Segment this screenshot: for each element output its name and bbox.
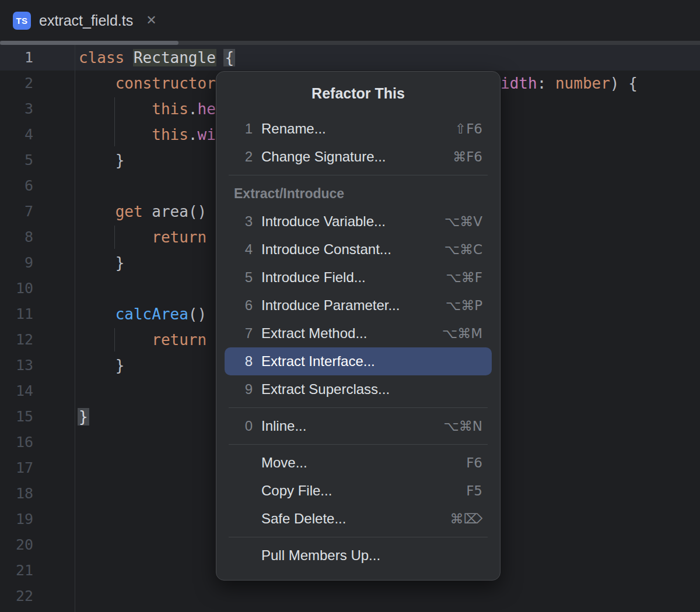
popup-title: Refactor This [216,72,500,115]
menu-separator [229,444,488,445]
line-number[interactable]: 2 [0,71,75,96]
tab-filename: extract_field.ts [39,12,133,29]
shortcut-opt-cmd-v: ⌥⌘V [444,214,482,229]
line-number[interactable]: 21 [0,558,75,583]
section-header-extract-introduce: Extract/Introduce [216,180,500,207]
menu-item-move[interactable]: Move... F6 [225,449,492,477]
menu-item-extract-interface[interactable]: 8 Extract Interface... [225,347,492,375]
line-number[interactable]: 6 [0,173,75,199]
line-number[interactable]: 13 [0,353,75,378]
line-number[interactable]: 16 [0,430,75,455]
tab-close-icon[interactable]: ✕ [146,14,156,27]
line-number[interactable]: 18 [0,481,75,507]
shortcut-cmd-f6: ⌘F6 [453,149,482,164]
shortcut-f6: F6 [466,455,482,470]
menu-item-introduce-parameter[interactable]: 6 Introduce Parameter... ⌥⌘P [225,291,492,319]
menu-separator [229,407,488,408]
horizontal-scrollbar-track[interactable] [0,41,700,45]
tab-extract-field-ts[interactable]: TS extract_field.ts ✕ [0,0,172,41]
shortcut-opt-cmd-m: ⌥⌘M [442,326,482,341]
code-line-2-right-fragment: idth: number) { [501,71,638,96]
menu-item-safe-delete[interactable]: Safe Delete... ⌘⌦ [225,505,492,533]
matched-brace: { [223,49,235,66]
shortcut-opt-cmd-n: ⌥⌘N [443,418,482,434]
class-name-rectangle: Rectangle [133,49,216,66]
line-number[interactable]: 11 [0,301,75,327]
menu-separator [229,537,488,537]
line-number[interactable]: 22 [0,583,75,609]
shortcut-opt-cmd-p: ⌥⌘P [446,298,482,313]
menu-separator [229,175,488,175]
line-number[interactable]: 17 [0,455,75,481]
shortcut-cmd-del: ⌘⌦ [450,511,482,526]
menu-item-introduce-field[interactable]: 5 Introduce Field... ⌥⌘F [225,263,492,291]
menu-item-inline[interactable]: 0 Inline... ⌥⌘N [225,412,492,440]
method-name-calcarea: calcArea [116,305,188,323]
menu-item-pull-members-up[interactable]: Pull Members Up... [225,541,492,569]
shortcut-opt-cmd-f: ⌥⌘F [446,270,482,285]
refactor-this-popup: Refactor This 1 Rename... ⇧F6 2 Change S… [216,71,501,581]
menu-item-rename[interactable]: 1 Rename... ⇧F6 [225,115,492,143]
line-number[interactable]: 15 [0,404,75,430]
line-number[interactable]: 8 [0,224,75,250]
menu-item-introduce-constant[interactable]: 4 Introduce Constant... ⌥⌘C [225,235,492,263]
line-number[interactable]: 7 [0,199,75,224]
shortcut-f5: F5 [466,483,482,498]
menu-item-change-signature[interactable]: 2 Change Signature... ⌘F6 [225,143,492,171]
line-number[interactable]: 20 [0,532,75,558]
line-number[interactable]: 3 [0,96,75,122]
menu-item-introduce-variable[interactable]: 3 Introduce Variable... ⌥⌘V [225,207,492,235]
typescript-file-icon: TS [13,12,31,30]
line-number[interactable]: 1 [0,45,75,71]
line-number[interactable]: 5 [0,147,75,173]
line-number[interactable]: 12 [0,327,75,353]
line-number[interactable]: 9 [0,250,75,276]
horizontal-scrollbar-thumb[interactable] [0,41,178,45]
code-line-22[interactable]: 22 [0,583,700,609]
line-number[interactable]: 10 [0,276,75,301]
menu-item-extract-superclass[interactable]: 9 Extract Superclass... [225,375,492,403]
menu-item-copy-file[interactable]: Copy File... F5 [225,477,492,505]
line-number[interactable]: 4 [0,122,75,147]
line-number[interactable]: 19 [0,507,75,532]
code-line-1[interactable]: 1class Rectangle { [0,45,700,71]
line-number[interactable]: 14 [0,378,75,404]
matched-brace: } [78,408,89,425]
menu-item-extract-method[interactable]: 7 Extract Method... ⌥⌘M [225,319,492,347]
shortcut-opt-cmd-c: ⌥⌘C [444,242,482,257]
ide-window: TS extract_field.ts ✕ 1class Rectangle {… [0,0,700,612]
editor-tab-bar: TS extract_field.ts ✕ [0,0,700,41]
shortcut-shift-f6: ⇧F6 [455,121,482,136]
